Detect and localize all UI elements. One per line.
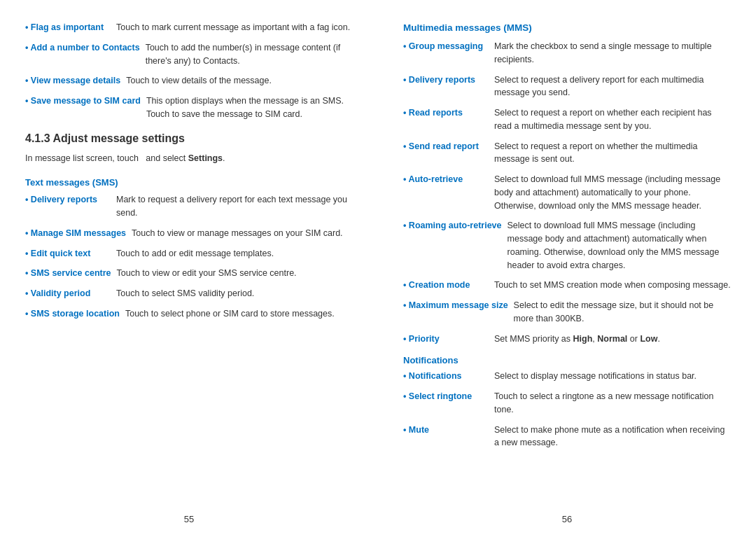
list-item: SMS service centre Touch to view or edit… <box>25 267 353 280</box>
desc-select-ringtone: Touch to select a ringtone as a new mess… <box>494 390 731 417</box>
desc-save-message: This option displays when the message is… <box>146 95 353 121</box>
notifications-section-label: Notifications <box>403 355 731 365</box>
desc-add-number: Touch to add the number(s) in message co… <box>146 41 353 68</box>
list-item: Add a number to Contacts Touch to add th… <box>25 41 353 68</box>
sms-items: Delivery reports Mark to request a deliv… <box>25 193 353 327</box>
top-items: Flag as important Touch to mark current … <box>25 21 353 128</box>
term-mms-delivery: Delivery reports <box>403 74 494 100</box>
page-number-right: 56 <box>562 514 572 524</box>
term-priority: Priority <box>403 333 494 346</box>
term-view-message: View message details <box>25 74 126 88</box>
list-item: Roaming auto-retrieve Select to download… <box>403 219 731 272</box>
list-item: Priority Set MMS priority as High, Norma… <box>403 333 731 346</box>
term-flag: Flag as important <box>25 21 116 34</box>
term-auto-retrieve: Auto-retrieve <box>403 173 494 212</box>
desc-view-message: Touch to view details of the message. <box>126 74 353 88</box>
desc-sms-storage: Touch to select phone or SIM card to sto… <box>125 307 353 321</box>
desc-read-reports: Select to request a report on whether ea… <box>494 106 731 133</box>
desc-priority: Set MMS priority as High, Normal or Low. <box>494 333 731 346</box>
desc-validity: Touch to select SMS validity period. <box>116 287 353 300</box>
term-send-read: Send read report <box>403 140 494 167</box>
list-item: Validity period Touch to select SMS vali… <box>25 287 353 300</box>
desc-creation-mode: Touch to set MMS creation mode when comp… <box>494 279 731 292</box>
list-item: Delivery reports Mark to request a deliv… <box>25 193 353 220</box>
list-item: Delivery reports Select to request a del… <box>403 74 731 100</box>
term-max-size: Maximum message size <box>403 299 514 326</box>
list-item: Select ringtone Touch to select a ringto… <box>403 390 731 417</box>
list-item: Manage SIM messages Touch to view or man… <box>25 227 353 240</box>
term-sms-storage: SMS storage location <box>25 307 125 321</box>
desc-roaming-auto: Select to download full MMS message (inc… <box>507 219 731 272</box>
list-item: Save message to SIM card This option dis… <box>25 95 353 121</box>
term-creation-mode: Creation mode <box>403 279 494 292</box>
list-item: Creation mode Touch to set MMS creation … <box>403 279 731 292</box>
list-item: Edit quick text Touch to add or edit mes… <box>25 247 353 260</box>
term-save-message: Save message to SIM card <box>25 95 146 121</box>
list-item: SMS storage location Touch to select pho… <box>25 307 353 321</box>
term-select-ringtone: Select ringtone <box>403 390 494 417</box>
desc-delivery-reports: Mark to request a delivery report for ea… <box>116 193 353 220</box>
page-number-left: 55 <box>184 514 194 524</box>
desc-mms-delivery: Select to request a delivery report for … <box>494 74 731 100</box>
desc-notifications: Select to display message notifications … <box>494 370 731 383</box>
term-read-reports: Read reports <box>403 106 494 133</box>
sms-section-heading: Text messages (SMS) <box>25 177 353 188</box>
mms-heading: Multimedia messages (MMS) <box>403 22 731 33</box>
desc-sms-service: Touch to view or edit your SMS service c… <box>117 267 353 280</box>
intro-text: In message list screen, touch and select… <box>25 152 353 165</box>
right-page: Multimedia messages (MMS) Group messagin… <box>378 0 756 537</box>
list-item: Maximum message size Select to edit the … <box>403 299 731 326</box>
notifications-items: Notifications Select to display message … <box>403 370 731 456</box>
list-item: View message details Touch to view detai… <box>25 74 353 88</box>
mms-items: Group messaging Mark the checkbox to sen… <box>403 40 731 352</box>
term-validity: Validity period <box>25 287 116 300</box>
list-item: Group messaging Mark the checkbox to sen… <box>403 40 731 67</box>
desc-max-size: Select to edit the message size, but it … <box>514 299 731 326</box>
desc-send-read: Select to request a report on whether th… <box>494 140 731 167</box>
desc-flag: Touch to mark current message as importa… <box>116 21 353 34</box>
term-manage-sim: Manage SIM messages <box>25 227 132 240</box>
term-edit-quick: Edit quick text <box>25 247 116 260</box>
list-item: Send read report Select to request a rep… <box>403 140 731 167</box>
list-item: Mute Select to make phone mute as a noti… <box>403 424 731 450</box>
list-item: Read reports Select to request a report … <box>403 106 731 133</box>
list-item: Notifications Select to display message … <box>403 370 731 383</box>
term-roaming-auto: Roaming auto-retrieve <box>403 219 507 272</box>
left-page: Flag as important Touch to mark current … <box>0 0 378 537</box>
list-item: Auto-retrieve Select to download full MM… <box>403 173 731 212</box>
term-delivery-reports: Delivery reports <box>25 193 116 220</box>
term-sms-service: SMS service centre <box>25 267 117 280</box>
desc-group-messaging: Mark the checkbox to send a single messa… <box>494 40 731 67</box>
desc-edit-quick: Touch to add or edit message templates. <box>116 247 353 260</box>
term-group-messaging: Group messaging <box>403 40 494 67</box>
settings-bold: Settings <box>188 153 223 163</box>
desc-auto-retrieve: Select to download full MMS message (inc… <box>494 173 731 212</box>
desc-mute: Select to make phone mute as a notificat… <box>494 424 731 450</box>
term-mute: Mute <box>403 424 494 450</box>
chapter-heading: 4.1.3 Adjust message settings <box>25 132 353 145</box>
term-notifications: Notifications <box>403 370 494 383</box>
desc-manage-sim: Touch to view or manage messages on your… <box>132 227 353 240</box>
term-add-number: Add a number to Contacts <box>25 41 146 68</box>
list-item: Flag as important Touch to mark current … <box>25 21 353 34</box>
